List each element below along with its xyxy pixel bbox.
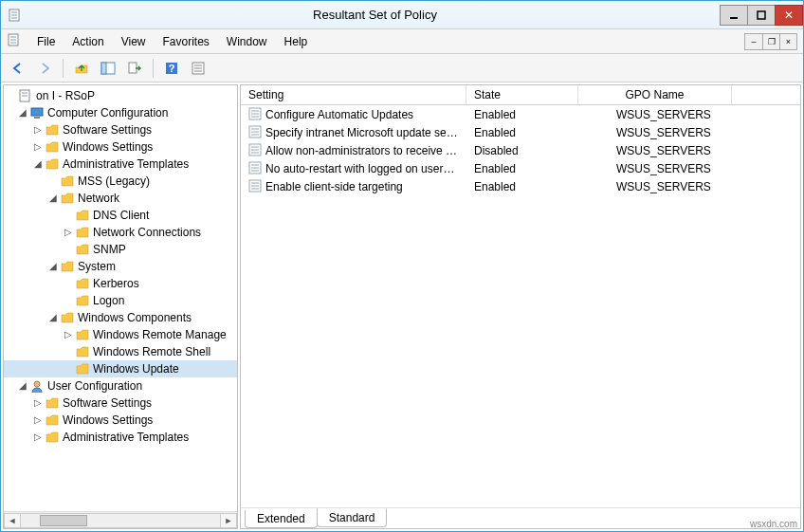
tree-label: Network Connections (93, 224, 201, 241)
menu-favorites[interactable]: Favorites (155, 32, 217, 51)
result-tabs: Extended Standard (241, 507, 800, 528)
mdi-minimize-button[interactable]: – (745, 34, 762, 49)
menu-help[interactable]: Help (277, 32, 316, 51)
folder-icon (75, 242, 90, 257)
close-button[interactable]: ✕ (775, 5, 803, 26)
window-controls: ✕ (721, 5, 803, 26)
tree-software-settings[interactable]: ▷ Software Settings (4, 121, 237, 138)
tree-label: on I - RSoP (36, 87, 95, 104)
cell-state: Enabled (466, 161, 578, 176)
tree-system[interactable]: ◢ System (4, 258, 237, 275)
setting-icon (248, 143, 262, 156)
expander-icon[interactable]: ▷ (63, 224, 74, 241)
folder-icon (45, 395, 60, 411)
tree-windows-components[interactable]: ◢ Windows Components (4, 309, 237, 326)
tree-label: Network (78, 190, 119, 207)
column-header-spacer[interactable] (732, 85, 800, 104)
tree-label: Software Settings (63, 394, 152, 412)
column-header-state[interactable]: State (466, 85, 578, 104)
expander-icon[interactable]: ◢ (17, 104, 28, 121)
scroll-track[interactable] (21, 513, 220, 528)
tree-admin-templates[interactable]: ◢ Administrative Templates (4, 156, 237, 173)
column-header-setting[interactable]: Setting (241, 85, 466, 104)
folder-icon (75, 225, 90, 240)
folder-icon (75, 327, 90, 342)
expander-icon[interactable]: ▷ (32, 121, 44, 138)
mdi-close-button[interactable]: × (779, 34, 796, 49)
expander-icon[interactable]: ▷ (32, 412, 44, 429)
tree-root[interactable]: on I - RSoP (4, 87, 237, 104)
up-button[interactable] (70, 57, 93, 80)
tree-label: Windows Update (93, 360, 179, 377)
titlebar: Resultant Set of Policy ✕ (1, 1, 803, 29)
expander-icon[interactable]: ▷ (32, 138, 44, 156)
list-row[interactable]: Configure Automatic UpdatesEnabledWSUS_S… (241, 105, 800, 123)
scroll-right-button[interactable]: ► (220, 513, 237, 528)
cell-setting: Configure Automatic Updates (241, 106, 466, 122)
tree-logon[interactable]: Logon (4, 292, 237, 309)
properties-button[interactable] (187, 57, 210, 80)
cell-gpo: WSUS_SERVERS (578, 125, 732, 140)
tree-label: Windows Settings (63, 412, 153, 429)
tree-kerberos[interactable]: Kerberos (4, 275, 237, 292)
tree-wrs[interactable]: Windows Remote Shell (4, 343, 237, 360)
tree-network[interactable]: ◢ Network (4, 190, 237, 207)
tree-windows-settings[interactable]: ▷ Windows Settings (4, 138, 237, 156)
list-row[interactable]: No auto-restart with logged on users fo.… (241, 159, 800, 177)
list-row[interactable]: Specify intranet Microsoft update servi.… (241, 123, 800, 141)
tree-user-windows-settings[interactable]: ▷ Windows Settings (4, 412, 237, 429)
minimize-button[interactable] (720, 5, 748, 26)
toolbar-separator (153, 59, 154, 78)
tree-label: Administrative Templates (63, 156, 189, 173)
show-hide-tree-button[interactable] (97, 57, 119, 80)
expander-icon[interactable]: ▷ (63, 326, 74, 343)
expander-icon[interactable]: ◢ (47, 258, 59, 275)
tree-label: Logon (93, 292, 124, 309)
menu-view[interactable]: View (114, 32, 154, 51)
tree-label: Administrative Templates (63, 429, 189, 446)
maximize-button[interactable] (747, 5, 776, 26)
svg-rect-2 (758, 11, 765, 19)
cell-setting: No auto-restart with logged on users fo.… (241, 160, 466, 176)
expander-icon[interactable]: ▷ (32, 429, 44, 446)
cell-state: Enabled (466, 179, 578, 194)
cell-setting: Allow non-administrators to receive up..… (241, 142, 466, 158)
mdi-restore-button[interactable]: ❐ (762, 34, 779, 49)
export-list-button[interactable] (123, 57, 146, 80)
scroll-thumb[interactable] (40, 515, 87, 526)
menu-action[interactable]: Action (64, 32, 111, 51)
menu-window[interactable]: Window (219, 32, 275, 51)
tree-user-software-settings[interactable]: ▷ Software Settings (4, 394, 237, 412)
list-row[interactable]: Enable client-side targetingEnabledWSUS_… (241, 177, 800, 195)
horizontal-scrollbar[interactable]: ◄ ► (4, 511, 237, 528)
scroll-left-button[interactable]: ◄ (4, 513, 21, 528)
folder-icon (45, 413, 60, 428)
tab-standard[interactable]: Standard (317, 508, 388, 527)
tree-computer-config[interactable]: ◢ Computer Configuration (4, 104, 237, 121)
menu-file[interactable]: File (29, 32, 63, 51)
tree-snmp[interactable]: SNMP (4, 241, 237, 258)
tree-wrm[interactable]: ▷ Windows Remote Manage (4, 326, 237, 343)
tree-user-admin-templates[interactable]: ▷ Administrative Templates (4, 429, 237, 446)
help-button[interactable]: ? (160, 57, 183, 80)
folder-icon (75, 344, 90, 359)
tree-windows-update[interactable]: Windows Update (4, 360, 237, 377)
list-row[interactable]: Allow non-administrators to receive up..… (241, 141, 800, 159)
tree-label: Windows Components (78, 309, 192, 326)
expander-icon[interactable]: ◢ (17, 377, 28, 394)
tab-extended[interactable]: Extended (245, 510, 318, 528)
tree-network-connections[interactable]: ▷ Network Connections (4, 224, 237, 241)
tree-dns-client[interactable]: DNS Client (4, 207, 237, 224)
expander-icon[interactable]: ◢ (47, 190, 59, 207)
expander-icon[interactable]: ▷ (32, 394, 44, 412)
tree-scroll[interactable]: on I - RSoP ◢ Computer Configuration ▷ S… (4, 85, 237, 511)
forward-button[interactable] (33, 57, 56, 80)
expander-icon[interactable]: ◢ (32, 156, 44, 173)
tree-user-config[interactable]: ◢ User Configuration (4, 377, 237, 394)
attribution-text: wsxdn.com (750, 519, 797, 529)
tree-mss-legacy[interactable]: MSS (Legacy) (4, 173, 237, 190)
expander-icon[interactable]: ◢ (47, 309, 59, 326)
svg-point-16 (34, 381, 40, 387)
back-button[interactable] (7, 57, 29, 80)
column-header-gpo[interactable]: GPO Name (578, 85, 732, 104)
